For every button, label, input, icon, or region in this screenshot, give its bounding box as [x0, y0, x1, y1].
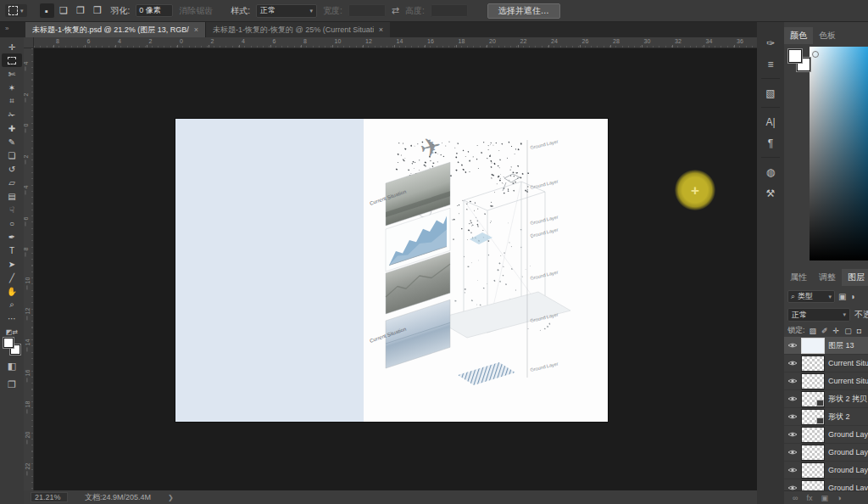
layers-panel-action-icon[interactable]: ◑ — [837, 494, 841, 502]
layer-thumbnail[interactable] — [802, 392, 824, 406]
tool-smudge[interactable]: ☟ — [2, 203, 22, 216]
visibility-eye-icon[interactable] — [787, 413, 798, 420]
tool-hand[interactable]: ✋ — [2, 284, 22, 298]
color-picker-marker[interactable] — [812, 51, 819, 58]
tool-lasso[interactable]: ✄ — [2, 67, 22, 81]
glyphs-panel-icon[interactable]: ◍ — [760, 161, 782, 182]
layer-row[interactable]: Ground Layer — [784, 479, 868, 490]
layers-panel-action-icon[interactable]: ▣ — [821, 494, 828, 502]
tool-path-selection[interactable]: ➤ — [2, 257, 22, 271]
paragraph-panel-icon[interactable]: ¶ — [760, 132, 782, 154]
visibility-eye-icon[interactable] — [787, 342, 798, 349]
filter-pixel-icon[interactable]: ▣ — [838, 292, 846, 301]
visibility-eye-icon[interactable] — [787, 449, 798, 456]
tab-adjustments[interactable]: 调整 — [813, 269, 842, 286]
tool-crop[interactable]: ⌗ — [2, 94, 22, 108]
brush-settings-icon[interactable]: ✑ — [760, 32, 782, 53]
tool-type[interactable]: T — [2, 244, 22, 257]
layer-thumbnail[interactable] — [802, 374, 824, 389]
tool-spot-healing[interactable]: ✚ — [2, 121, 22, 135]
lock-icon[interactable]: ▨ — [810, 327, 817, 335]
tool-pen[interactable]: ✒ — [2, 230, 22, 244]
foreground-background-swatches[interactable] — [3, 338, 20, 355]
selection-mode-icon[interactable]: ▪ — [40, 3, 54, 18]
vertical-ruler[interactable]: 420246810121416182022 — [24, 48, 34, 490]
layer-row[interactable]: 形状 2 — [784, 408, 868, 426]
visibility-eye-icon[interactable] — [787, 378, 798, 384]
clone-source-icon[interactable]: ▧ — [760, 82, 782, 104]
toolbar-collapse-icon[interactable]: » — [5, 25, 8, 32]
layer-row[interactable]: Ground Layer — [784, 426, 868, 444]
canvas-pasteboard[interactable]: ✈ — [34, 48, 757, 490]
layer-thumbnail[interactable] — [802, 339, 824, 353]
tool-zoom[interactable]: ⌕ — [2, 298, 22, 311]
visibility-eye-icon[interactable] — [787, 484, 798, 490]
style-select[interactable]: 正常 ▾ — [256, 4, 317, 18]
selection-mode-icon[interactable]: ❒ — [91, 3, 105, 18]
visibility-eye-icon[interactable] — [787, 431, 798, 438]
tool-brush[interactable]: ✎ — [2, 135, 22, 148]
selection-mode-icon[interactable]: ❐ — [74, 3, 88, 18]
layers-panel-action-icon[interactable]: ∞ — [793, 494, 798, 502]
tab-close-icon[interactable]: × — [379, 25, 383, 34]
tool-line[interactable]: ╱ — [2, 271, 22, 284]
tab-close-icon[interactable]: × — [194, 25, 198, 34]
layer-row[interactable]: Ground Layer — [784, 462, 868, 479]
layer-thumbnail[interactable] — [802, 428, 824, 442]
color-gradient-picker[interactable] — [810, 47, 868, 260]
layer-row[interactable]: Current Situation — [784, 355, 868, 372]
visibility-eye-icon[interactable] — [787, 467, 798, 473]
tool-history-brush[interactable]: ↺ — [2, 162, 22, 176]
libraries-panel-icon[interactable]: ⚒ — [760, 182, 782, 204]
layer-thumbnail[interactable] — [802, 445, 824, 460]
selection-mode-icon[interactable]: ❏ — [57, 3, 71, 18]
foreground-color-swatch[interactable] — [3, 338, 14, 348]
lock-icon[interactable]: ✐ — [821, 327, 828, 335]
document-tab[interactable]: 未标题-1-恢复的.psd @ 21.2% (图层 13, RGB/8) *× — [25, 22, 205, 37]
tool-dodge[interactable]: ○ — [2, 216, 22, 230]
tab-swatches[interactable]: 色板 — [813, 27, 842, 44]
visibility-eye-icon[interactable] — [787, 395, 798, 402]
layer-thumbnail[interactable] — [802, 410, 824, 424]
filter-adjustment-icon[interactable]: ◑ — [849, 292, 854, 301]
swap-colors-icon[interactable]: ◩⇄ — [6, 328, 18, 336]
character-panel-icon[interactable]: A| — [760, 111, 782, 132]
tool-quick-selection[interactable]: ✶ — [2, 81, 22, 94]
lock-icon[interactable]: ✛ — [833, 327, 840, 335]
tool-eraser[interactable]: ▱ — [2, 176, 22, 189]
zoom-level-field[interactable]: 21.21% — [31, 492, 68, 502]
tool-preset-dropdown[interactable]: ▾ — [5, 4, 27, 17]
document-canvas[interactable]: ✈ — [175, 119, 608, 422]
layer-row[interactable]: Ground Layer — [784, 444, 868, 462]
layer-row[interactable]: Current Situation — [784, 372, 868, 390]
feather-input[interactable]: 0 像素 — [136, 4, 173, 17]
tool-rectangular-marquee[interactable] — [2, 53, 22, 67]
lock-icon[interactable]: ▢ — [844, 327, 852, 335]
select-and-mask-button[interactable]: 选择并遮住… — [487, 3, 560, 19]
layer-thumbnail[interactable] — [802, 481, 824, 491]
lock-icon[interactable]: ◘ — [857, 327, 861, 335]
layer-row[interactable]: 形状 2 拷贝 — [784, 390, 868, 408]
tab-color[interactable]: 颜色 — [784, 27, 813, 44]
document-tab[interactable]: 未标题-1-恢复的-恢复的 @ 25% (Current Situation, … — [205, 22, 390, 37]
tool-edit-toolbar[interactable]: ⋯ — [2, 311, 22, 325]
tool-eyedropper[interactable]: ✁ — [2, 108, 22, 121]
tab-layers[interactable]: 图层 — [842, 269, 868, 286]
status-chevron-icon[interactable]: ❯ — [168, 494, 174, 501]
tool-move[interactable]: ✛ — [2, 40, 22, 53]
layer-row[interactable]: 图层 13 — [784, 337, 868, 355]
layer-filter-select[interactable]: ⌕ 类型 ▾ — [787, 290, 835, 303]
screen-mode-button[interactable]: ❐ — [2, 377, 22, 392]
color-panel-swatches[interactable] — [788, 49, 810, 71]
layer-thumbnail[interactable] — [802, 356, 824, 371]
layers-panel-action-icon[interactable]: fx — [806, 494, 812, 502]
tool-clone-stamp[interactable]: ❏ — [2, 148, 22, 162]
tab-properties[interactable]: 属性 — [784, 269, 813, 286]
quick-mask-button[interactable]: ◧ — [2, 358, 22, 373]
brushes-icon[interactable]: ≡ — [760, 53, 782, 75]
layer-thumbnail[interactable] — [802, 463, 824, 478]
blend-mode-select[interactable]: 正常 ▾ — [787, 308, 850, 322]
tool-gradient[interactable]: ▤ — [2, 189, 22, 203]
visibility-eye-icon[interactable] — [787, 360, 798, 367]
horizontal-ruler[interactable]: 864202468101214161820222426283032343638 — [34, 37, 757, 48]
